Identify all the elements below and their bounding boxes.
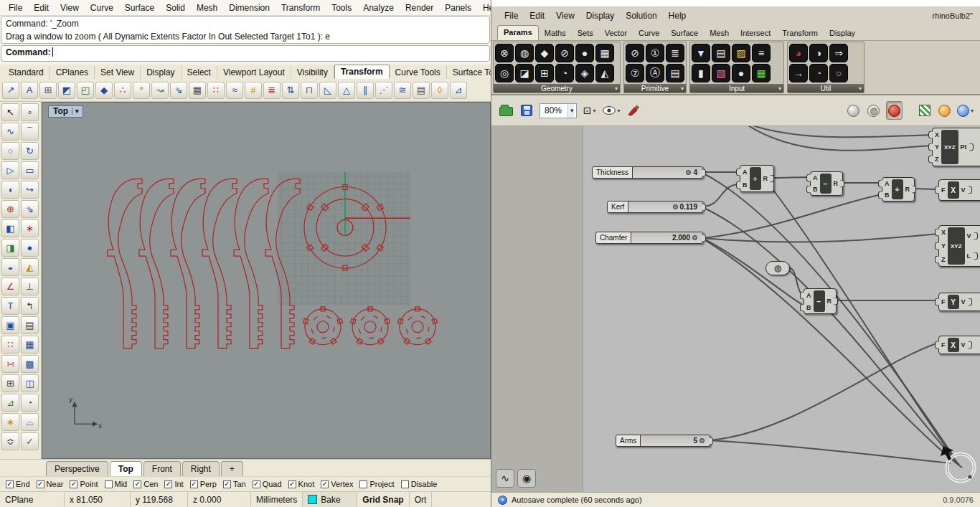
preview-overlay-button[interactable] xyxy=(937,101,953,120)
osnap-toggle[interactable]: End xyxy=(6,480,30,488)
chevron-down-icon[interactable]: ▾ xyxy=(971,108,974,114)
blade-curve[interactable] xyxy=(234,179,268,348)
param-icon[interactable]: ⑦ xyxy=(626,64,644,82)
slider-track[interactable]: 0.119 xyxy=(628,202,702,212)
small-gear-curve[interactable] xyxy=(397,307,437,345)
param-icon[interactable]: ◑ xyxy=(809,44,828,62)
sidebar-tool-icon[interactable]: ∗ xyxy=(1,413,19,431)
toolbar-icon[interactable]: ° xyxy=(133,82,150,99)
input-port[interactable]: B xyxy=(806,304,811,311)
chevron-down-icon[interactable]: ▾ xyxy=(618,108,621,114)
osnap-toggle[interactable]: Mid xyxy=(105,480,128,488)
output-port[interactable]: R xyxy=(763,175,768,182)
viewport-tab[interactable]: + xyxy=(221,461,243,476)
toolbar-icon[interactable]: ◰ xyxy=(77,82,94,99)
menu-item[interactable]: Mesh xyxy=(191,1,223,15)
toolbar-icon[interactable]: ⊞ xyxy=(39,82,57,99)
category-tab[interactable]: Vector xyxy=(599,27,633,40)
component-subtraction-2[interactable]: AB − R xyxy=(804,288,837,314)
input-port[interactable]: B xyxy=(885,191,890,199)
checkbox[interactable] xyxy=(223,480,231,488)
sidebar-tool-icon[interactable]: ⇘ xyxy=(21,200,39,218)
small-gear-curve[interactable] xyxy=(350,307,390,345)
number-slider-chamfer[interactable]: Chamfer 2.000 xyxy=(595,232,703,244)
osnap-toggle[interactable]: Near xyxy=(37,480,64,488)
param-icon[interactable]: ○ xyxy=(829,64,848,82)
category-tab[interactable]: Maths xyxy=(539,27,572,40)
menu-item[interactable]: Help xyxy=(663,9,692,23)
output-port[interactable]: V xyxy=(967,232,971,240)
menu-item[interactable]: View xyxy=(550,9,580,23)
status-segment[interactable]: Ort xyxy=(410,492,433,507)
toolbar-icon[interactable]: ↗ xyxy=(2,82,19,99)
toolbar-icon[interactable]: ◆ xyxy=(95,82,113,99)
output-port[interactable]: V xyxy=(961,298,966,305)
osnap-toggle[interactable]: Point xyxy=(70,480,98,488)
toolbar-icon[interactable]: ◩ xyxy=(58,82,75,99)
category-tab[interactable]: Transform xyxy=(776,27,824,40)
command-input[interactable]: Command: xyxy=(1,45,490,62)
toolbar-icon[interactable]: A xyxy=(21,82,38,99)
component-unit-y[interactable]: F Y V xyxy=(938,293,980,311)
component-deconstruct-vector[interactable]: X Y Z XYZ V L xyxy=(938,225,980,267)
chevron-down-icon[interactable]: ▾ xyxy=(567,104,574,118)
toolbar-icon[interactable]: ▦ xyxy=(189,82,206,99)
sidebar-tool-icon[interactable]: ▣ xyxy=(1,316,19,334)
checkbox[interactable] xyxy=(288,480,296,488)
output-port[interactable]: R xyxy=(827,298,832,305)
component-unit-x-2[interactable]: F X V xyxy=(938,336,980,354)
param-icon[interactable]: ▦ xyxy=(752,64,771,82)
category-tab[interactable]: Display xyxy=(824,27,861,40)
toolbar-icon[interactable]: ◺ xyxy=(319,82,336,99)
param-icon[interactable]: ◔ xyxy=(809,64,828,82)
sidebar-tool-icon[interactable]: ≎ xyxy=(1,432,19,450)
definition-canvas[interactable]: Thickness 4 Kerf 0.119 Chamfer 2.000 xyxy=(491,126,980,492)
toolbar-icon[interactable]: ↝ xyxy=(151,82,169,99)
sidebar-tool-icon[interactable]: ∷ xyxy=(1,336,19,354)
param-icon[interactable]: ① xyxy=(646,44,664,62)
sidebar-tool-icon[interactable]: ◭ xyxy=(21,258,39,276)
input-port[interactable]: Z xyxy=(941,256,946,263)
sidebar-tool-icon[interactable]: ▭ xyxy=(21,161,39,179)
param-icon[interactable]: ▦ xyxy=(595,44,614,62)
menu-item[interactable]: Edit xyxy=(28,1,55,15)
menu-item[interactable]: Dimension xyxy=(223,1,275,15)
sidebar-tool-icon[interactable]: ▤ xyxy=(21,316,39,334)
sidebar-tool-icon[interactable]: ◔ xyxy=(21,394,39,412)
menu-item[interactable]: File xyxy=(499,9,524,23)
checkbox[interactable] xyxy=(164,480,172,488)
toolbar-tab[interactable]: Standard xyxy=(3,66,50,79)
param-icon[interactable]: ▮ xyxy=(692,64,710,82)
toolbar-icon[interactable]: ⋰ xyxy=(375,82,392,99)
param-icon[interactable]: ▤ xyxy=(712,44,730,62)
param-icon[interactable]: ◪ xyxy=(515,64,534,82)
input-port[interactable]: X xyxy=(935,131,939,138)
sidebar-tool-icon[interactable]: ∗ xyxy=(21,219,39,237)
checkbox[interactable] xyxy=(190,480,198,488)
small-gear-curve[interactable] xyxy=(303,307,342,345)
param-icon[interactable]: ◭ xyxy=(595,64,614,82)
component-division[interactable]: AB ÷ R xyxy=(740,165,774,192)
wireframe-preview-button[interactable] xyxy=(866,101,882,120)
sidebar-tool-icon[interactable]: ⊿ xyxy=(1,394,19,412)
blade-curve[interactable] xyxy=(108,179,142,348)
component-construct-point[interactable]: X Y Z XYZ Pt xyxy=(932,128,980,166)
status-segment[interactable]: x 81.050 xyxy=(65,492,131,507)
param-icon[interactable]: ▨ xyxy=(732,44,750,62)
output-port[interactable]: R xyxy=(834,180,839,187)
ribbon-group-label[interactable]: Geometry xyxy=(494,84,620,93)
status-segment[interactable]: y 119.568 xyxy=(131,492,188,507)
param-icon[interactable]: ▧ xyxy=(712,64,730,82)
param-icon[interactable]: ◈ xyxy=(575,64,594,82)
input-port[interactable]: A xyxy=(806,292,811,299)
status-segment[interactable]: Grid Snap xyxy=(357,492,409,507)
viewport-tab[interactable]: Top xyxy=(110,461,142,476)
sidebar-tool-icon[interactable]: ● xyxy=(21,239,39,257)
viewport-top[interactable]: Top ▾ xyxy=(42,102,491,459)
sidebar-tool-icon[interactable]: ◨ xyxy=(1,239,19,257)
input-port[interactable]: F xyxy=(941,298,946,305)
checkbox[interactable] xyxy=(401,480,409,488)
canvas-compass[interactable] xyxy=(938,445,980,488)
sidebar-tool-icon[interactable]: ▦ xyxy=(21,336,39,354)
param-icon[interactable]: ⊘ xyxy=(626,44,644,62)
